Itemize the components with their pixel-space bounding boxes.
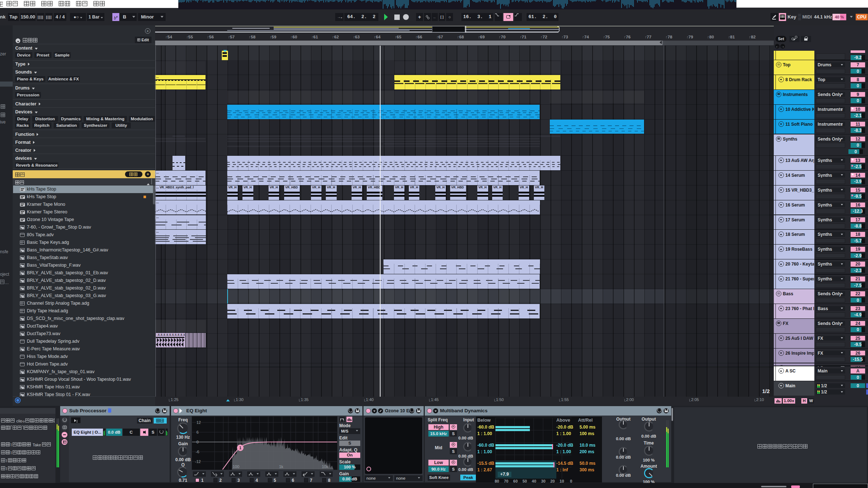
svg-text:-12: -12 (195, 459, 201, 464)
svg-text:6: 6 (196, 430, 199, 434)
svg-text:1: 1 (239, 446, 241, 450)
svg-text:-6: -6 (196, 450, 199, 454)
svg-text:1k: 1k (279, 464, 283, 469)
svg-text:12: 12 (196, 420, 201, 425)
svg-text:10k: 10k (322, 464, 328, 469)
svg-text:100: 100 (233, 464, 239, 469)
svg-text:0: 0 (196, 440, 199, 444)
